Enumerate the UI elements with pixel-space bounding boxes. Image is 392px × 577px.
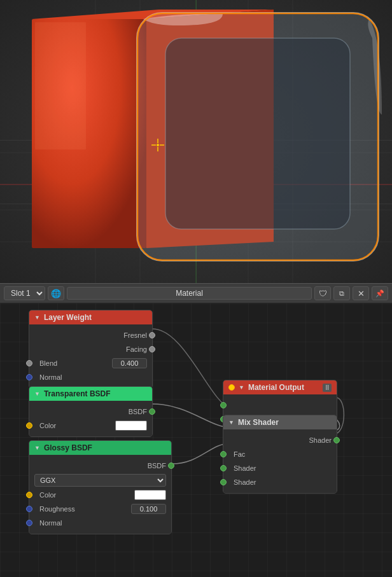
material-output-surface-socket[interactable] xyxy=(220,402,227,408)
layer-weight-collapse-arrow[interactable]: ▼ xyxy=(34,314,40,321)
material-output-title: Material Output xyxy=(248,383,304,392)
glossy-body: BSDF GGX Color Roughness Normal xyxy=(29,455,171,534)
mix-shader-node: ▼ Mix Shader Shader Fac Shader Shader xyxy=(223,415,337,494)
layer-weight-normal-row: Normal xyxy=(29,370,152,384)
copy-icon: ⧉ xyxy=(339,289,344,298)
glossy-bsdf-node: ▼ Glossy BSDF BSDF GGX Color Roughness xyxy=(29,440,172,534)
glossy-roughness-label: Roughness xyxy=(39,505,75,513)
mix-shader-shader2-socket[interactable] xyxy=(220,479,227,485)
mix-shader-shader1-label: Shader xyxy=(234,464,256,472)
transparent-bsdf-node: ▼ Transparent BSDF BSDF Color xyxy=(29,386,153,437)
transparent-color-swatch[interactable] xyxy=(115,421,147,431)
layer-weight-header[interactable]: ▼ Layer Weight xyxy=(29,310,152,324)
layer-weight-body: Fresnel Facing Blend Normal xyxy=(29,324,152,388)
glossy-bsdf-output-socket[interactable] xyxy=(168,462,174,469)
facing-output-socket[interactable] xyxy=(149,346,155,352)
globe-icon-btn[interactable]: 🌐 xyxy=(48,286,64,300)
pin-icon-btn[interactable]: 📌 xyxy=(372,286,388,300)
material-output-pause-btn[interactable]: II xyxy=(323,384,332,392)
material-output-header[interactable]: ▼ Material Output II xyxy=(223,380,337,394)
glossy-color-socket[interactable] xyxy=(26,492,32,498)
material-output-indicator xyxy=(228,384,235,391)
glossy-normal-row: Normal xyxy=(29,516,171,530)
material-output-surface-row xyxy=(223,398,337,412)
pin-icon: 📌 xyxy=(375,289,384,298)
mix-shader-header[interactable]: ▼ Mix Shader xyxy=(223,415,337,429)
slot-dropdown[interactable]: Slot 1 xyxy=(4,286,45,300)
mix-shader-collapse-arrow[interactable]: ▼ xyxy=(228,419,234,426)
transparent-title: Transparent BSDF xyxy=(44,389,111,398)
copy-icon-btn[interactable]: ⧉ xyxy=(333,286,350,300)
mix-shader-shader1-row: Shader xyxy=(223,461,337,475)
glossy-bsdf-out-label: BSDF xyxy=(148,462,166,469)
shield-icon-btn[interactable]: 🛡 xyxy=(314,286,331,300)
svg-point-20 xyxy=(157,144,159,146)
mix-shader-title: Mix Shader xyxy=(238,418,279,427)
transparent-collapse-arrow[interactable]: ▼ xyxy=(34,391,40,397)
mix-shader-fac-socket[interactable] xyxy=(220,451,227,457)
svg-rect-12 xyxy=(35,22,86,149)
material-output-collapse-arrow[interactable]: ▼ xyxy=(239,384,244,391)
glossy-normal-socket[interactable] xyxy=(26,520,32,526)
mix-shader-shader1-socket[interactable] xyxy=(220,465,227,471)
node-editor: ▼ Layer Weight Fresnel Facing Blend Norm… xyxy=(0,303,392,577)
glossy-color-swatch[interactable] xyxy=(134,490,166,500)
fresnel-label: Fresnel xyxy=(123,331,147,339)
globe-icon: 🌐 xyxy=(51,289,61,298)
transparent-body: BSDF Color xyxy=(29,401,152,436)
glossy-dropdown-row: GGX xyxy=(29,473,171,488)
close-icon: ✕ xyxy=(358,289,365,298)
normal-input-socket[interactable] xyxy=(26,374,32,380)
blend-input-socket[interactable] xyxy=(26,360,32,366)
layer-weight-title: Layer Weight xyxy=(44,313,92,322)
3d-viewport-scene xyxy=(0,0,392,283)
glossy-collapse-arrow[interactable]: ▼ xyxy=(34,445,40,451)
glossy-color-row: Color xyxy=(29,488,171,502)
glossy-roughness-row: Roughness xyxy=(29,502,171,516)
fresnel-output-socket[interactable] xyxy=(149,332,155,338)
glossy-normal-label: Normal xyxy=(39,519,62,527)
mix-shader-shader2-label: Shader xyxy=(234,478,256,486)
glossy-color-label: Color xyxy=(39,491,56,499)
glossy-roughness-input[interactable] xyxy=(131,504,166,514)
mix-shader-output-row: Shader xyxy=(223,433,337,447)
layer-weight-fresnel-row: Fresnel xyxy=(29,328,152,342)
shield-icon: 🛡 xyxy=(319,289,327,298)
transparent-color-row: Color xyxy=(29,419,152,433)
transparent-color-label: Color xyxy=(39,422,56,429)
transparent-bsdf-out-row: BSDF xyxy=(29,405,152,419)
layer-weight-node: ▼ Layer Weight Fresnel Facing Blend Norm… xyxy=(29,310,153,389)
layer-weight-facing-row: Facing xyxy=(29,342,152,356)
mix-shader-output-socket[interactable] xyxy=(333,437,340,443)
mix-shader-fac-row: Fac xyxy=(223,447,337,461)
viewport xyxy=(0,0,392,283)
svg-rect-14 xyxy=(165,38,350,229)
normal-label: Normal xyxy=(39,373,62,381)
mix-shader-body: Shader Fac Shader Shader xyxy=(223,429,337,493)
glossy-header[interactable]: ▼ Glossy BSDF xyxy=(29,441,171,455)
blend-label: Blend xyxy=(39,359,57,367)
transparent-color-socket[interactable] xyxy=(26,422,32,429)
material-label[interactable]: Material xyxy=(67,287,312,300)
facing-label: Facing xyxy=(126,345,147,353)
transparent-header[interactable]: ▼ Transparent BSDF xyxy=(29,387,152,401)
close-icon-btn[interactable]: ✕ xyxy=(353,286,369,300)
glossy-distribution-dropdown[interactable]: GGX xyxy=(34,474,166,487)
mix-shader-fac-label: Fac xyxy=(234,450,245,458)
layer-weight-blend-row: Blend xyxy=(29,356,152,370)
mix-shader-output-label: Shader xyxy=(309,436,332,444)
glossy-title: Glossy BSDF xyxy=(44,443,92,452)
blend-value-input[interactable] xyxy=(112,358,147,368)
glossy-roughness-socket[interactable] xyxy=(26,506,32,512)
transparent-bsdf-output-socket[interactable] xyxy=(149,408,155,415)
glossy-bsdf-out-row: BSDF xyxy=(29,459,171,473)
transparent-bsdf-out-label: BSDF xyxy=(129,408,147,415)
mix-shader-shader2-row: Shader xyxy=(223,475,337,489)
toolbar: Slot 1 🌐 Material 🛡 ⧉ ✕ 📌 xyxy=(0,283,392,303)
